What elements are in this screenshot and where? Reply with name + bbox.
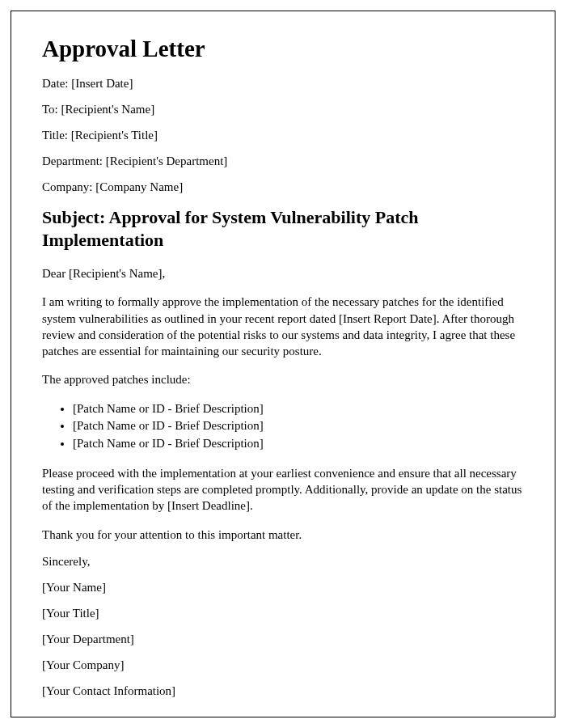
- title-value: [Recipient's Title]: [71, 129, 158, 142]
- patches-intro: The approved patches include:: [42, 371, 524, 387]
- to-line: To: [Recipient's Name]: [42, 103, 524, 116]
- company-value: [Company Name]: [95, 180, 183, 193]
- signature-name: [Your Name]: [42, 581, 524, 595]
- signature-department: [Your Department]: [42, 633, 524, 646]
- signature-contact: [Your Contact Information]: [42, 684, 524, 698]
- company-line: Company: [Company Name]: [42, 180, 524, 194]
- date-value: [Insert Date]: [71, 77, 133, 90]
- salutation: Dear [Recipient's Name],: [42, 265, 524, 281]
- closing: Sincerely,: [42, 555, 524, 569]
- body-paragraph-3: Thank you for your attention to this imp…: [42, 527, 524, 543]
- patches-list: [Patch Name or ID - Brief Description] […: [73, 400, 524, 453]
- body-paragraph-2: Please proceed with the implementation a…: [42, 465, 524, 514]
- date-line: Date: [Insert Date]: [42, 77, 524, 91]
- signature-company: [Your Company]: [42, 658, 524, 672]
- document-page: Approval Letter Date: [Insert Date] To: …: [11, 11, 555, 717]
- department-label: Department:: [42, 154, 103, 167]
- list-item: [Patch Name or ID - Brief Description]: [73, 435, 524, 453]
- document-title: Approval Letter: [42, 36, 524, 62]
- company-label: Company:: [42, 180, 93, 193]
- department-value: [Recipient's Department]: [106, 154, 228, 167]
- title-label: Title:: [42, 129, 68, 142]
- subject-line: Subject: Approval for System Vulnerabili…: [42, 206, 524, 251]
- body-paragraph-1: I am writing to formally approve the imp…: [42, 294, 524, 359]
- title-line: Title: [Recipient's Title]: [42, 129, 524, 142]
- signature-title: [Your Title]: [42, 607, 524, 620]
- department-line: Department: [Recipient's Department]: [42, 154, 524, 168]
- to-value: [Recipient's Name]: [61, 103, 155, 116]
- list-item: [Patch Name or ID - Brief Description]: [73, 417, 524, 435]
- list-item: [Patch Name or ID - Brief Description]: [73, 400, 524, 418]
- to-label: To:: [42, 103, 58, 116]
- date-label: Date:: [42, 77, 68, 90]
